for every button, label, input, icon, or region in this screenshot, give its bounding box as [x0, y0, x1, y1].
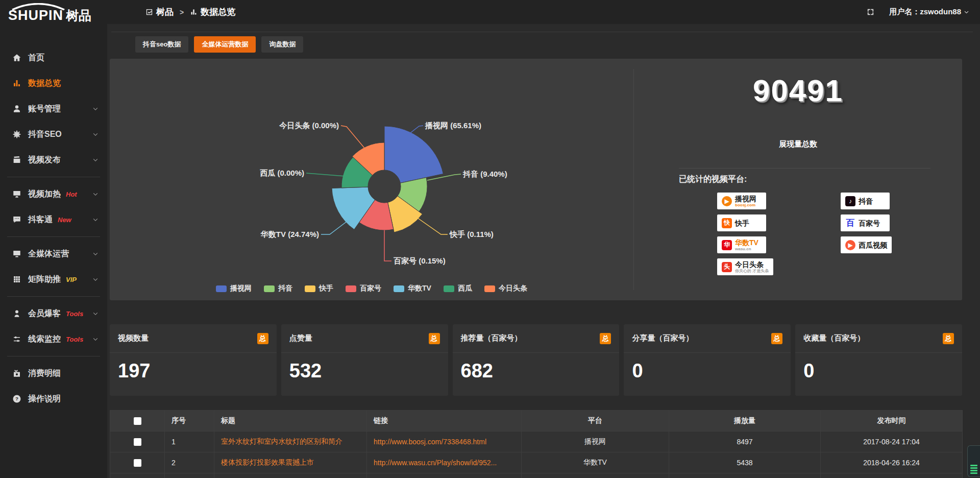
sidebar-item-label: 首页 — [28, 53, 44, 63]
sidebar-item-label: 线索监控 — [28, 334, 61, 345]
douyin-logo-icon: ♪ — [845, 196, 855, 206]
app-root: SHUPIN树品 首页数据总览账号管理抖音SEO视频发布视频加热Hot抖客通Ne… — [0, 0, 980, 478]
kuaishou-logo-icon: 快 — [722, 218, 732, 228]
breadcrumb-separator: > — [180, 8, 184, 16]
legend-item-1[interactable]: 抖音 — [264, 284, 292, 293]
pie-slice-0[interactable] — [384, 126, 443, 183]
sidebar-item-13[interactable]: 线索监控Tools — [0, 326, 107, 352]
legend-label: 抖音 — [278, 284, 292, 293]
screen-icon — [12, 189, 21, 199]
legend-label: 西瓜 — [458, 284, 472, 293]
sidebar-item-4[interactable]: 视频发布 — [0, 147, 107, 173]
chevron-down-icon — [92, 310, 99, 317]
pie-slice-label-1: 抖音 (9.40%) — [462, 170, 507, 178]
legend-item-5[interactable]: 西瓜 — [444, 284, 472, 293]
sidebar-item-12[interactable]: 会员爆客Tools — [0, 301, 107, 326]
breadcrumb-current[interactable]: 数据总览 — [201, 6, 235, 18]
sidebar-item-label: 全媒体运营 — [28, 249, 69, 259]
sidebar-item-7[interactable]: 抖客通New — [0, 207, 107, 232]
sidebar-item-label: 消费明细 — [28, 368, 61, 379]
tab-2[interactable]: 询盘数据 — [261, 36, 303, 53]
breadcrumb-root[interactable]: 树品 — [156, 6, 174, 18]
svg-text:?: ? — [15, 396, 18, 401]
videos-table: 序号标题链接平台播放量发布时间1室外水纹灯和室内水纹灯的区别和简介http://… — [110, 410, 963, 478]
legend-swatch — [216, 285, 227, 292]
sidebar-item-6[interactable]: 视频加热Hot — [0, 181, 107, 207]
grid-icon — [12, 275, 21, 284]
chevron-down-icon — [92, 336, 99, 343]
sidebar-item-badge: Tools — [66, 310, 83, 318]
legend-label: 快手 — [319, 284, 333, 293]
chevron-down-icon — [92, 216, 99, 223]
chevron-down-icon — [92, 156, 99, 163]
platform-badge-2: 快快手 — [717, 214, 766, 231]
sidebar-item-label: 账号管理 — [28, 104, 61, 114]
cell-platform: 播视网 — [522, 432, 669, 452]
fullscreen-icon[interactable] — [866, 8, 875, 16]
tab-0[interactable]: 抖音seo数据 — [135, 36, 188, 53]
platform-name: 华数TV — [735, 239, 758, 246]
stat-card-4: 收藏量（百家号）总0 — [795, 324, 962, 396]
clapperboard-icon — [12, 155, 21, 164]
legend-item-0[interactable]: 播视网 — [216, 284, 252, 293]
legend-item-6[interactable]: 今日头条 — [484, 284, 527, 293]
select-all-checkbox[interactable] — [134, 417, 141, 425]
stat-card-value: 197 — [110, 353, 277, 389]
cell-title-link[interactable]: 楼体投影灯投影效果震撼上市 — [214, 452, 367, 473]
platforms-title: 已统计的视频平台: — [679, 174, 747, 185]
col-header-4: 播放量 — [669, 411, 821, 432]
total-badge: 总 — [771, 333, 782, 344]
rose-pie-chart: 播视网 (65.61%)抖音 (9.40%)快手 (0.11%)百家号 (0.1… — [110, 59, 633, 273]
platform-sub: boosj.com — [735, 203, 756, 207]
pie-label-line-0 — [410, 126, 423, 133]
platform-badges: ▶播视网boosj.com♪抖音快快手百百家号华华数TVwasu.cn▶西瓜视频… — [717, 193, 892, 275]
cell-title-link[interactable]: 室外水纹灯和室内水纹灯的区别和简介 — [214, 432, 367, 452]
brand-logo: SHUPIN树品 — [0, 0, 107, 38]
legend-item-3[interactable]: 百家号 — [346, 284, 381, 293]
cell-plays: 5438 — [669, 452, 821, 473]
legend-label: 华数TV — [408, 284, 431, 293]
chevron-down-icon — [92, 276, 99, 283]
pie-label-line-5 — [306, 173, 345, 176]
sidebar-item-label: 视频发布 — [28, 155, 61, 165]
sidebar-item-15[interactable]: 消费明细 — [0, 361, 107, 386]
stat-card-title: 收藏量（百家号） — [803, 333, 865, 343]
sidebar-item-10[interactable]: 矩阵助推VIP — [0, 267, 107, 292]
summary-panel: 90491 展现量总数 已统计的视频平台: ▶播视网boosj.com♪抖音快快… — [634, 59, 962, 300]
chat-icon — [12, 215, 21, 224]
cell-plays: 8497 — [669, 432, 821, 452]
cell-url-link[interactable]: http://www.boosj.com/7338468.html — [367, 432, 522, 452]
username-menu[interactable]: 用户名：zswodun88 — [889, 7, 961, 17]
xigua-logo-icon: ▶ — [845, 240, 855, 250]
pie-slice-label-0: 播视网 (65.61%) — [425, 121, 481, 130]
cell-published: 2017-08-24 17:04 — [821, 432, 963, 452]
platform-name: 快手 — [735, 220, 749, 227]
corner-widget-bars — [970, 464, 977, 474]
monitor-icon — [12, 249, 21, 258]
sidebar-item-3[interactable]: 抖音SEO — [0, 122, 107, 147]
sidebar-item-2[interactable]: 账号管理 — [0, 96, 107, 122]
sidebar-item-label: 抖客通 — [28, 214, 53, 225]
chevron-down-icon[interactable] — [963, 9, 970, 15]
row-checkbox[interactable] — [134, 438, 141, 446]
question-icon: ? — [12, 394, 21, 403]
sidebar-item-9[interactable]: 全媒体运营 — [0, 241, 107, 267]
total-impressions-label: 展现量总数 — [634, 139, 962, 149]
row-checkbox[interactable] — [134, 459, 141, 467]
cell-url-link[interactable]: http://www.wasu.cn/Play/show/id/952... — [367, 452, 522, 473]
sidebar-item-1[interactable]: 数据总览 — [0, 70, 107, 96]
tab-1[interactable]: 全媒体运营数据 — [194, 36, 256, 53]
stat-card-0: 视频数量总197 — [110, 324, 277, 396]
total-badge: 总 — [600, 333, 611, 344]
legend-label: 播视网 — [230, 284, 252, 293]
col-header-2: 链接 — [367, 411, 522, 432]
legend-item-4[interactable]: 华数TV — [394, 284, 431, 293]
corner-extension-widget[interactable] — [967, 445, 980, 477]
sidebar-divider — [7, 356, 100, 356]
sidebar-item-16[interactable]: ?操作说明 — [0, 386, 107, 412]
wasu-logo-icon: 华 — [722, 240, 732, 250]
sidebar-item-0[interactable]: 首页 — [0, 45, 107, 70]
platform-sub: wasu.cn — [735, 247, 758, 251]
legend-item-2[interactable]: 快手 — [305, 284, 333, 293]
stat-card-title: 分享量（百家号） — [632, 333, 693, 343]
